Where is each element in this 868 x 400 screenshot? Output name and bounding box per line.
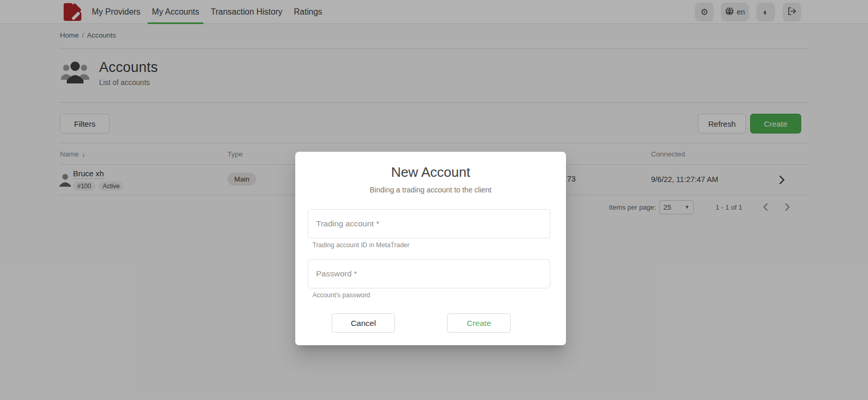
trading-account-hint: Trading account ID in MetaTrader bbox=[312, 241, 409, 249]
password-hint: Account's password bbox=[312, 292, 370, 299]
password-input[interactable] bbox=[308, 259, 550, 288]
dialog-cancel-button[interactable]: Cancel bbox=[332, 313, 395, 333]
new-account-dialog: New Account Binding a trading account to… bbox=[295, 152, 566, 345]
dialog-title: New Account bbox=[295, 164, 566, 180]
dialog-create-button[interactable]: Create bbox=[447, 313, 511, 333]
dialog-subtitle: Binding a trading account to the client bbox=[295, 186, 566, 194]
trading-account-input[interactable] bbox=[308, 209, 550, 238]
